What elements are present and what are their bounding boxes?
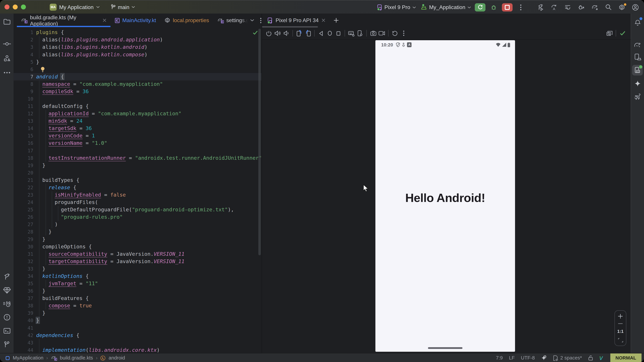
code-line[interactable]: 2 alias(libs.plugins.android.application…	[14, 36, 262, 43]
code-line[interactable]: 20	[14, 169, 262, 176]
line-number[interactable]: 21	[14, 176, 33, 184]
line-number[interactable]: 35	[14, 280, 33, 287]
line-number[interactable]: 33	[14, 265, 33, 273]
zoom-windows-icon[interactable]	[605, 29, 614, 38]
code-line[interactable]: 24 proguardFiles(	[14, 199, 262, 206]
project-selector[interactable]: MA My Application	[50, 3, 100, 10]
overview-button[interactable]	[334, 29, 342, 38]
code-line[interactable]: 43	[14, 339, 262, 347]
device-ok-checkmark-icon[interactable]	[618, 29, 627, 38]
line-number[interactable]: 16	[14, 140, 33, 147]
commit-tool-button[interactable]	[2, 38, 12, 49]
code-line[interactable]: 44 implementation(libs.androidx.core.ktx…	[14, 347, 262, 353]
line-number[interactable]: 11	[14, 103, 33, 110]
file-encoding[interactable]: UTF-8	[521, 355, 535, 361]
tab-options-kebab[interactable]	[260, 17, 262, 23]
back-button[interactable]	[317, 29, 325, 38]
send-feedback-button[interactable]	[632, 91, 643, 102]
zoom-out-button[interactable]	[618, 323, 623, 324]
code-line[interactable]: 40}	[14, 317, 262, 324]
breadcrumb-file[interactable]: build.gradle.kts	[60, 355, 93, 361]
code-line[interactable]: 14 targetSdk = 36	[14, 125, 262, 132]
attach-debugger-button[interactable]	[576, 2, 586, 12]
stop-button[interactable]	[502, 3, 513, 11]
line-number[interactable]: 38	[14, 302, 33, 309]
volume-up-button[interactable]	[273, 29, 282, 38]
line-number[interactable]: 10	[14, 95, 33, 103]
version-control-tool-button[interactable]	[2, 339, 12, 350]
code-line[interactable]: 6	[14, 66, 262, 73]
run-configuration-selector[interactable]: My_Application	[420, 4, 472, 10]
code-line[interactable]: 38 compose = true	[14, 302, 262, 309]
code-line[interactable]: 29 }	[14, 236, 262, 243]
code-line[interactable]: 8 namespace = "com.example.myapplication…	[14, 80, 262, 88]
code-line[interactable]: 42dependencies {	[14, 332, 262, 339]
line-number[interactable]: 34	[14, 273, 33, 280]
line-number[interactable]: 29	[14, 236, 33, 243]
maximize-window-button[interactable]	[21, 4, 26, 9]
line-number[interactable]: 42	[14, 332, 33, 339]
breadcrumb-element[interactable]: android	[109, 355, 125, 361]
line-ending[interactable]: LF	[509, 355, 515, 361]
code-editor[interactable]: 1plugins {2 alias(libs.plugins.android.a…	[14, 27, 262, 353]
hardware-input-button[interactable]	[347, 29, 356, 38]
screenshot-button[interactable]	[369, 29, 377, 38]
add-device-tab-button[interactable]	[334, 17, 339, 23]
code-line[interactable]: 5}	[14, 58, 262, 66]
settings-button[interactable]	[616, 2, 627, 12]
code-line[interactable]: 16 versionName = "1.0"	[14, 140, 262, 147]
code-line[interactable]: 13 minSdk = 24	[14, 117, 262, 125]
gesture-navigation-pill[interactable]	[428, 347, 462, 349]
code-line[interactable]: 25 getDefaultProguardFile("proguard-andr…	[14, 206, 262, 213]
apply-code-changes-button[interactable]	[562, 2, 573, 12]
line-number[interactable]: 23	[14, 191, 33, 199]
line-number[interactable]: 2	[14, 36, 33, 43]
line-number[interactable]: 25	[14, 206, 33, 213]
line-number[interactable]: 40	[14, 317, 33, 324]
line-number[interactable]: 15	[14, 132, 33, 140]
line-number[interactable]: 26	[14, 213, 33, 221]
line-number[interactable]: 9	[14, 88, 33, 95]
code-line[interactable]: 3 alias(libs.plugins.kotlin.android)	[14, 43, 262, 51]
inspections-ok-checkmark-icon[interactable]	[252, 30, 258, 35]
screen-record-button[interactable]	[378, 29, 386, 38]
line-number[interactable]: 41	[14, 324, 33, 332]
close-window-button[interactable]	[4, 4, 10, 9]
editor-scrollbar[interactable]	[258, 29, 261, 255]
minimize-window-button[interactable]	[13, 4, 18, 9]
device-more-button[interactable]	[399, 29, 408, 38]
tab-pixel-9-pro-api-34[interactable]: Pixel 9 Pro API 34	[262, 13, 330, 27]
volume-down-button[interactable]	[282, 29, 290, 38]
branch-selector[interactable]: main	[110, 4, 135, 10]
line-number[interactable]: 1	[14, 29, 33, 36]
terminal-tool-button[interactable]	[2, 326, 12, 336]
line-number[interactable]: 17	[14, 147, 33, 154]
tab-settings-gradle[interactable]: settings.g	[213, 13, 248, 27]
more-tool-windows-button[interactable]	[2, 67, 12, 78]
code-line[interactable]: 23 isMinifyEnabled = false	[14, 191, 262, 199]
line-number[interactable]: 44	[14, 347, 33, 353]
close-icon[interactable]	[103, 18, 106, 22]
file-lock-icon[interactable]	[588, 355, 593, 361]
close-icon[interactable]	[322, 18, 325, 22]
code-line[interactable]: 28 }	[14, 228, 262, 236]
code-line[interactable]: 12 applicationId = "com.example.myapplic…	[14, 110, 262, 117]
rerun-button[interactable]	[475, 3, 486, 11]
power-button[interactable]	[264, 29, 273, 38]
tab-local-properties[interactable]: local.properties	[160, 13, 213, 27]
line-number[interactable]: 12	[14, 110, 33, 117]
code-line[interactable]: 22 release {	[14, 184, 262, 191]
code-line[interactable]: 37 buildFeatures {	[14, 295, 262, 302]
device-settings-button[interactable]	[356, 29, 364, 38]
more-run-actions-button[interactable]	[515, 2, 526, 12]
line-number[interactable]: 5	[14, 58, 33, 66]
code-line[interactable]: 4 alias(libs.plugins.kotlin.compose)	[14, 51, 262, 58]
build-and-run-button[interactable]	[535, 2, 546, 12]
line-number[interactable]: 13	[14, 117, 33, 125]
tab-build-gradle-kts[interactable]: build.gradle.kts (My Application)	[17, 13, 110, 27]
line-number[interactable]: 28	[14, 228, 33, 236]
rotate-right-button[interactable]	[304, 29, 312, 38]
code-line[interactable]: 34 kotlinOptions {	[14, 273, 262, 280]
indent-setting[interactable]: 2 spaces*	[553, 355, 582, 361]
home-button[interactable]	[325, 29, 334, 38]
